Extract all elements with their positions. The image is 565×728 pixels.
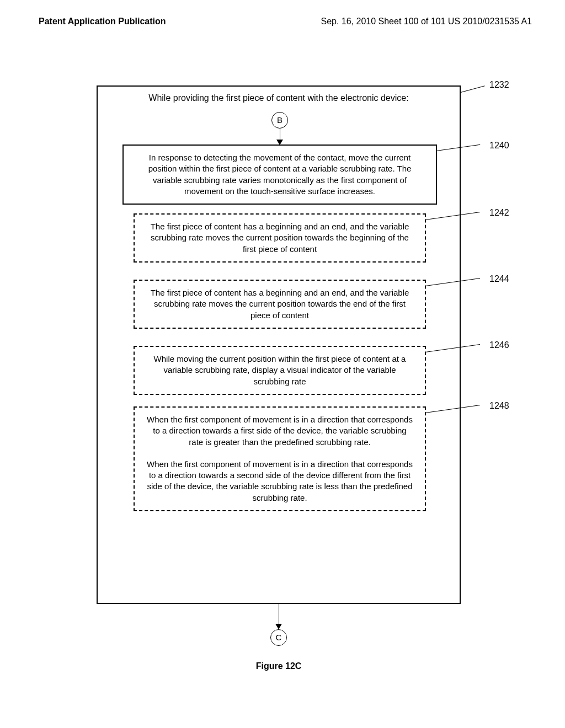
header-right: Sep. 16, 2010 Sheet 100 of 101 US 2010/0…: [321, 17, 532, 26]
page-header: Patent Application Publication Sep. 16, …: [0, 0, 565, 32]
header-left: Patent Application Publication: [39, 17, 166, 26]
